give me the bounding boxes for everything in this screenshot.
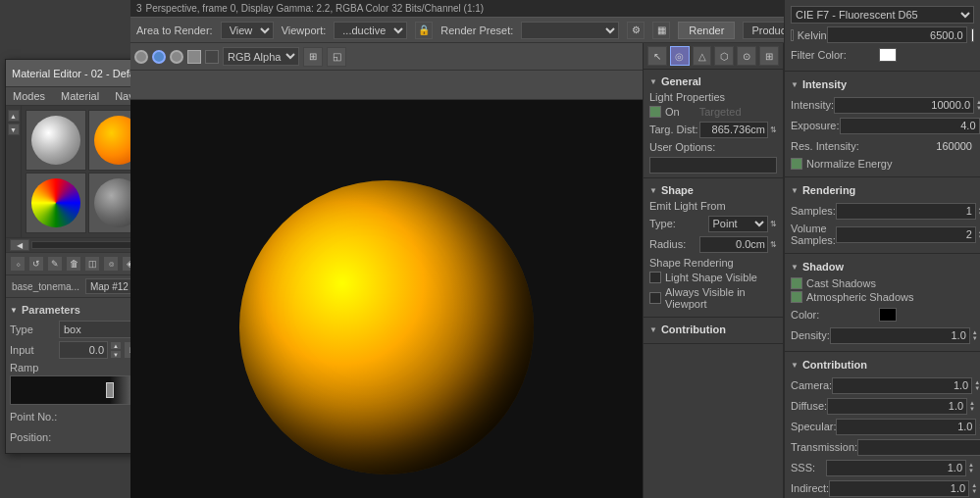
me-left-tool2[interactable]: ▼: [8, 124, 20, 135]
settings-icon[interactable]: ⚙: [627, 22, 645, 39]
rp-vol-samples-input[interactable]: [836, 226, 976, 243]
me-tool-new[interactable]: ⬦: [10, 256, 26, 272]
rp-indirect-input[interactable]: [829, 480, 969, 497]
me-tool-delete[interactable]: 🗑: [66, 256, 81, 272]
sss-spinner[interactable]: ▲▼: [968, 462, 974, 473]
lp-radius-input[interactable]: [699, 236, 768, 253]
lp-tool-5[interactable]: ⊙: [737, 46, 756, 66]
ramp-point-left[interactable]: [106, 382, 114, 398]
sphere-multi: [31, 178, 80, 227]
render-button[interactable]: Render: [678, 22, 735, 39]
rp-intensity-input[interactable]: [834, 97, 974, 114]
diffuse-spinner[interactable]: ▲▼: [969, 400, 975, 412]
lp-radius-label: Radius:: [649, 238, 699, 250]
lp-type-spinner[interactable]: ⇅: [770, 220, 777, 228]
color-square[interactable]: [187, 50, 201, 64]
rp-density-input[interactable]: [830, 327, 970, 344]
rp-samples-input[interactable]: [836, 203, 976, 220]
lp-tool-6[interactable]: ⊞: [759, 46, 779, 66]
rp-shadow-header[interactable]: Shadow: [791, 258, 974, 275]
viewport-dropdown[interactable]: ...ductive: [334, 22, 407, 39]
rp-transmission-input[interactable]: [857, 439, 980, 456]
me-left-tool1[interactable]: ▲: [8, 110, 20, 122]
menu-material[interactable]: Material: [58, 89, 102, 103]
vp-icon1[interactable]: ⊞: [303, 47, 323, 67]
lp-light-shape-check[interactable]: [649, 272, 661, 283]
input-up[interactable]: ▲: [110, 341, 122, 350]
density-spinner[interactable]: ▲ ▼: [972, 329, 978, 341]
lp-always-visible-check[interactable]: [649, 292, 661, 304]
rp-color-swatch[interactable]: [879, 308, 897, 322]
rp-specular-input[interactable]: [836, 419, 976, 435]
vp-icon2[interactable]: ◱: [327, 47, 346, 67]
lp-toolbar: ↖ ◎ △ ⬡ ⊙ ⊞: [644, 43, 783, 70]
big-sphere: [239, 180, 534, 474]
intensity-spinner[interactable]: ▲ ▼: [976, 99, 980, 111]
color-dot-3[interactable]: [170, 50, 183, 64]
rp-kelvin-swatch[interactable]: [971, 28, 974, 42]
area-dropdown[interactable]: View: [221, 22, 274, 39]
input-down[interactable]: ▼: [110, 350, 122, 359]
param-input-field[interactable]: [59, 341, 108, 359]
rp-rendering-section: Rendering Samples: ▲ ▼ Volume Samples: ▲…: [785, 177, 980, 254]
camera-spinner[interactable]: ▲▼: [974, 379, 980, 391]
lock-icon[interactable]: 🔒: [415, 22, 433, 39]
me-tool-5[interactable]: ◫: [84, 256, 100, 272]
rp-filter-swatch[interactable]: [879, 48, 897, 62]
lp-radius-spinner[interactable]: ⇅: [770, 240, 777, 249]
rp-normalize-check[interactable]: [791, 158, 802, 170]
lp-shape-header[interactable]: Shape: [649, 182, 777, 200]
rp-atm-shadows-check[interactable]: [791, 291, 802, 303]
thumb-1[interactable]: [26, 110, 86, 171]
lp-light-shape-row: Light Shape Visible: [649, 272, 777, 283]
rp-samples-lbl: Samples:: [791, 205, 836, 217]
right-panel: CIE F7 - Fluorescent D65 Kelvin Filter C…: [784, 0, 980, 498]
rp-color-row: Color:: [791, 306, 974, 324]
lp-type-dropdown[interactable]: Point: [708, 216, 769, 232]
lp-contribution-header[interactable]: Contribution: [649, 322, 777, 339]
menu-modes[interactable]: Modes: [10, 89, 48, 103]
rp-kelvin-check[interactable]: [791, 29, 794, 41]
rp-cast-shadows-row: Cast Shadows: [791, 277, 974, 289]
thumb-5[interactable]: [26, 173, 86, 233]
lp-on-check[interactable]: [649, 106, 661, 118]
lp-general-header[interactable]: General: [649, 74, 777, 91]
preset-dropdown[interactable]: [521, 22, 619, 39]
viewport-toolbar2: RGB Alpha ⊞ ◱: [130, 43, 643, 100]
rgb-alpha-dropdown[interactable]: RGB Alpha: [223, 47, 299, 66]
me-left-tools: ▲ ▼: [6, 106, 22, 237]
params-section-label: Parameters: [22, 304, 80, 316]
rp-preset-dropdown[interactable]: CIE F7 - Fluorescent D65: [791, 6, 974, 24]
indirect-spinner[interactable]: ▲▼: [971, 482, 977, 494]
lp-tool-cursor[interactable]: ↖: [647, 46, 667, 66]
render-settings-icon2[interactable]: ▦: [652, 22, 670, 39]
rp-sss-input[interactable]: [826, 460, 966, 476]
rp-cast-shadows-check[interactable]: [791, 277, 802, 289]
color-dot-2[interactable]: [152, 50, 166, 64]
rp-exposure-input[interactable]: [840, 118, 980, 134]
me-tool-3[interactable]: ✎: [47, 256, 63, 272]
rp-rendering-label: Rendering: [802, 184, 855, 196]
lp-tool-3[interactable]: △: [693, 46, 712, 66]
color-dot-1[interactable]: [134, 50, 148, 64]
lp-user-opts-input[interactable]: [649, 157, 777, 174]
lp-tool-active[interactable]: ◎: [670, 46, 690, 66]
rp-normalize-label: Normalize Energy: [806, 158, 892, 170]
rp-indirect-row: Indirect: ▲▼: [791, 479, 974, 497]
me-tool-open[interactable]: ↺: [28, 256, 44, 272]
color-square2[interactable]: [205, 50, 219, 64]
rp-atm-shadows-row: Atmospheric Shadows: [791, 291, 974, 303]
me-scroll-left[interactable]: ◀: [10, 239, 29, 251]
rp-intensity-header[interactable]: Intensity: [791, 75, 974, 93]
rp-kelvin-input[interactable]: [827, 26, 967, 43]
lp-tool-4[interactable]: ⬡: [714, 46, 734, 66]
viewport: [130, 100, 643, 498]
rp-camera-input[interactable]: [832, 377, 972, 394]
rp-diffuse-input[interactable]: [827, 398, 967, 415]
rp-rendering-header[interactable]: Rendering: [791, 181, 974, 199]
lp-targ-dist-input[interactable]: [699, 122, 768, 138]
lp-targ-dist-spinner[interactable]: ⇅: [770, 125, 777, 134]
rp-vol-samples-row: Volume Samples: ▲ ▼: [791, 223, 974, 246]
rp-contribution-header[interactable]: Contribution: [791, 356, 974, 374]
me-tool-6[interactable]: ⌾: [103, 256, 119, 272]
